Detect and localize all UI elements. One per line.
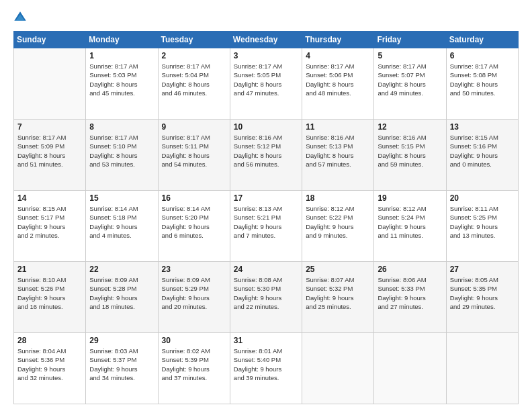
day-number: 28 — [17, 336, 82, 345]
week-row-4: 28Sunrise: 8:04 AMSunset: 5:36 PMDayligh… — [14, 333, 519, 404]
calendar-cell: 29Sunrise: 8:03 AMSunset: 5:37 PMDayligh… — [86, 333, 158, 404]
calendar-cell — [302, 333, 374, 404]
day-number: 17 — [234, 193, 298, 203]
day-info: Sunrise: 8:14 AMSunset: 5:20 PMDaylight:… — [162, 204, 226, 240]
calendar-cell: 30Sunrise: 8:02 AMSunset: 5:39 PMDayligh… — [158, 333, 230, 404]
calendar-cell: 2Sunrise: 8:17 AMSunset: 5:04 PMDaylight… — [158, 48, 230, 120]
day-number: 5 — [378, 51, 442, 60]
calendar-cell: 9Sunrise: 8:17 AMSunset: 5:11 PMDaylight… — [158, 120, 230, 191]
day-info: Sunrise: 8:17 AMSunset: 5:08 PMDaylight:… — [450, 62, 515, 97]
week-row-0: 1Sunrise: 8:17 AMSunset: 5:03 PMDaylight… — [14, 48, 519, 120]
day-number: 30 — [162, 336, 226, 345]
column-header-saturday: Saturday — [446, 32, 518, 48]
day-number: 15 — [89, 193, 154, 203]
day-info: Sunrise: 8:01 AMSunset: 5:40 PMDaylight:… — [234, 347, 298, 382]
column-header-wednesday: Wednesday — [230, 32, 302, 48]
calendar: SundayMondayTuesdayWednesdayThursdayFrid… — [13, 31, 519, 404]
week-row-2: 14Sunrise: 8:15 AMSunset: 5:17 PMDayligh… — [14, 191, 519, 262]
calendar-cell: 23Sunrise: 8:09 AMSunset: 5:29 PMDayligh… — [158, 262, 230, 333]
day-info: Sunrise: 8:17 AMSunset: 5:04 PMDaylight:… — [162, 62, 226, 97]
logo — [13, 11, 30, 24]
header — [13, 11, 519, 24]
calendar-cell: 5Sunrise: 8:17 AMSunset: 5:07 PMDaylight… — [374, 48, 446, 120]
day-number: 13 — [450, 122, 515, 132]
day-number: 3 — [234, 51, 298, 60]
day-info: Sunrise: 8:07 AMSunset: 5:32 PMDaylight:… — [306, 275, 370, 311]
column-header-friday: Friday — [374, 32, 446, 48]
calendar-cell: 13Sunrise: 8:15 AMSunset: 5:16 PMDayligh… — [446, 120, 518, 191]
day-number: 31 — [234, 336, 298, 345]
day-info: Sunrise: 8:13 AMSunset: 5:21 PMDaylight:… — [234, 204, 298, 240]
column-header-tuesday: Tuesday — [158, 32, 230, 48]
day-number: 4 — [306, 51, 370, 60]
calendar-cell: 1Sunrise: 8:17 AMSunset: 5:03 PMDaylight… — [86, 48, 158, 120]
calendar-cell — [374, 333, 446, 404]
day-number: 11 — [306, 122, 370, 132]
day-number: 10 — [234, 122, 298, 132]
week-row-3: 21Sunrise: 8:10 AMSunset: 5:26 PMDayligh… — [14, 262, 519, 333]
day-number: 24 — [234, 265, 298, 274]
day-info: Sunrise: 8:17 AMSunset: 5:05 PMDaylight:… — [234, 62, 298, 97]
day-number: 12 — [378, 122, 442, 132]
day-info: Sunrise: 8:17 AMSunset: 5:11 PMDaylight:… — [162, 133, 226, 169]
day-info: Sunrise: 8:16 AMSunset: 5:15 PMDaylight:… — [378, 133, 442, 169]
day-info: Sunrise: 8:12 AMSunset: 5:24 PMDaylight:… — [378, 204, 442, 240]
day-info: Sunrise: 8:11 AMSunset: 5:25 PMDaylight:… — [450, 204, 515, 240]
calendar-cell: 26Sunrise: 8:06 AMSunset: 5:33 PMDayligh… — [374, 262, 446, 333]
day-number: 18 — [306, 193, 370, 203]
day-number: 16 — [162, 193, 226, 203]
day-number: 19 — [378, 193, 442, 203]
calendar-cell: 22Sunrise: 8:09 AMSunset: 5:28 PMDayligh… — [86, 262, 158, 333]
calendar-cell: 4Sunrise: 8:17 AMSunset: 5:06 PMDaylight… — [302, 48, 374, 120]
day-info: Sunrise: 8:16 AMSunset: 5:12 PMDaylight:… — [234, 133, 298, 169]
day-number: 6 — [450, 51, 515, 60]
calendar-cell: 19Sunrise: 8:12 AMSunset: 5:24 PMDayligh… — [374, 191, 446, 262]
calendar-cell: 17Sunrise: 8:13 AMSunset: 5:21 PMDayligh… — [230, 191, 302, 262]
day-info: Sunrise: 8:14 AMSunset: 5:18 PMDaylight:… — [89, 204, 154, 240]
day-info: Sunrise: 8:15 AMSunset: 5:17 PMDaylight:… — [17, 204, 82, 240]
day-info: Sunrise: 8:17 AMSunset: 5:09 PMDaylight:… — [17, 133, 82, 169]
calendar-cell: 25Sunrise: 8:07 AMSunset: 5:32 PMDayligh… — [302, 262, 374, 333]
header-row: SundayMondayTuesdayWednesdayThursdayFrid… — [14, 32, 519, 48]
page: SundayMondayTuesdayWednesdayThursdayFrid… — [0, 0, 532, 411]
day-info: Sunrise: 8:02 AMSunset: 5:39 PMDaylight:… — [162, 347, 226, 382]
day-info: Sunrise: 8:05 AMSunset: 5:35 PMDaylight:… — [450, 275, 515, 311]
day-info: Sunrise: 8:09 AMSunset: 5:28 PMDaylight:… — [89, 275, 154, 311]
calendar-cell: 8Sunrise: 8:17 AMSunset: 5:10 PMDaylight… — [86, 120, 158, 191]
day-info: Sunrise: 8:16 AMSunset: 5:13 PMDaylight:… — [306, 133, 370, 169]
calendar-cell: 28Sunrise: 8:04 AMSunset: 5:36 PMDayligh… — [14, 333, 86, 404]
day-number: 8 — [89, 122, 154, 132]
day-number: 25 — [306, 265, 370, 274]
calendar-cell: 15Sunrise: 8:14 AMSunset: 5:18 PMDayligh… — [86, 191, 158, 262]
day-number: 29 — [89, 336, 154, 345]
calendar-cell: 11Sunrise: 8:16 AMSunset: 5:13 PMDayligh… — [302, 120, 374, 191]
calendar-cell: 16Sunrise: 8:14 AMSunset: 5:20 PMDayligh… — [158, 191, 230, 262]
day-number: 2 — [162, 51, 226, 60]
calendar-cell: 12Sunrise: 8:16 AMSunset: 5:15 PMDayligh… — [374, 120, 446, 191]
day-info: Sunrise: 8:09 AMSunset: 5:29 PMDaylight:… — [162, 275, 226, 311]
column-header-thursday: Thursday — [302, 32, 374, 48]
day-number: 9 — [162, 122, 226, 132]
calendar-cell: 31Sunrise: 8:01 AMSunset: 5:40 PMDayligh… — [230, 333, 302, 404]
calendar-cell: 24Sunrise: 8:08 AMSunset: 5:30 PMDayligh… — [230, 262, 302, 333]
day-number: 21 — [17, 265, 82, 274]
calendar-cell: 14Sunrise: 8:15 AMSunset: 5:17 PMDayligh… — [14, 191, 86, 262]
calendar-cell: 10Sunrise: 8:16 AMSunset: 5:12 PMDayligh… — [230, 120, 302, 191]
day-number: 27 — [450, 265, 515, 274]
day-info: Sunrise: 8:17 AMSunset: 5:03 PMDaylight:… — [89, 62, 154, 97]
day-info: Sunrise: 8:10 AMSunset: 5:26 PMDaylight:… — [17, 275, 82, 311]
day-info: Sunrise: 8:03 AMSunset: 5:37 PMDaylight:… — [89, 347, 154, 382]
column-header-monday: Monday — [86, 32, 158, 48]
day-number: 1 — [89, 51, 154, 60]
day-number: 7 — [17, 122, 82, 132]
day-info: Sunrise: 8:15 AMSunset: 5:16 PMDaylight:… — [450, 133, 515, 169]
calendar-body: 1Sunrise: 8:17 AMSunset: 5:03 PMDaylight… — [14, 48, 519, 404]
week-row-1: 7Sunrise: 8:17 AMSunset: 5:09 PMDaylight… — [14, 120, 519, 191]
day-info: Sunrise: 8:04 AMSunset: 5:36 PMDaylight:… — [17, 347, 82, 382]
calendar-cell: 6Sunrise: 8:17 AMSunset: 5:08 PMDaylight… — [446, 48, 518, 120]
day-number: 26 — [378, 265, 442, 274]
calendar-cell — [14, 48, 86, 120]
column-header-sunday: Sunday — [14, 32, 86, 48]
day-info: Sunrise: 8:12 AMSunset: 5:22 PMDaylight:… — [306, 204, 370, 240]
calendar-cell: 27Sunrise: 8:05 AMSunset: 5:35 PMDayligh… — [446, 262, 518, 333]
